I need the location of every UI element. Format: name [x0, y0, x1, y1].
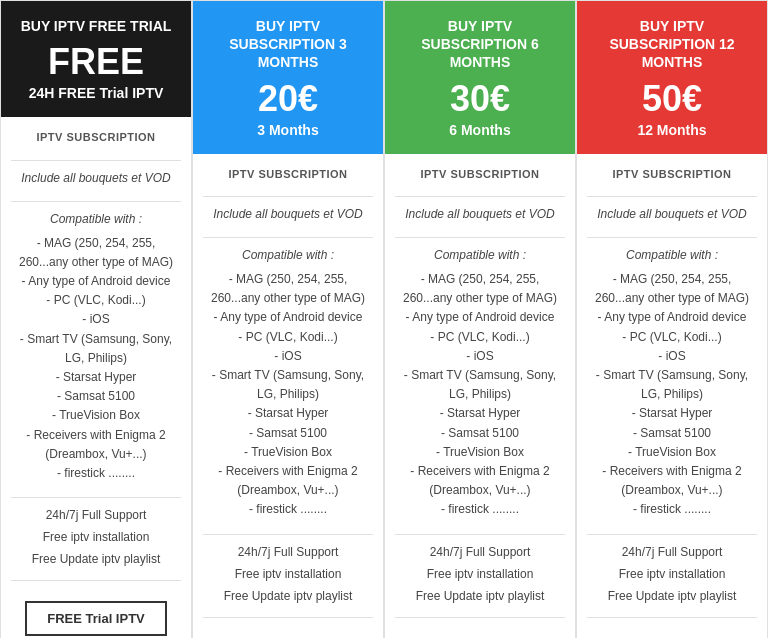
plan-duration-12-months: 12 Months	[637, 122, 706, 138]
plan-duration-6-months: 6 Months	[449, 122, 510, 138]
plan-free-trial: BUY IPTV FREE TrialFREE24H FREE Trial IP…	[0, 0, 192, 638]
section-label-3-months: IPTV SUBSCRIPTION	[228, 166, 347, 183]
free-install-6-months: Free iptv installation	[427, 565, 534, 583]
include-text-3-months: Include all bouquets et VOD	[213, 205, 362, 223]
section-label-free-trial: IPTV SUBSCRIPTION	[36, 129, 155, 146]
include-text-12-months: Include all bouquets et VOD	[597, 205, 746, 223]
plan-price-3-months: 20€	[258, 78, 318, 120]
support-12-months: 24h/7j Full Support	[622, 543, 723, 561]
plan-price-6-months: 30€	[450, 78, 510, 120]
plan-duration-3-months: 3 Months	[257, 122, 318, 138]
free-install-3-months: Free iptv installation	[235, 565, 342, 583]
compatible-label-free-trial: Compatible with :	[50, 210, 142, 228]
plan-title-3-months: BUY IPTV Subscription 3 Months	[203, 17, 373, 72]
free-update-12-months: Free Update iptv playlist	[608, 587, 737, 605]
plan-header-free-trial: BUY IPTV FREE TrialFREE24H FREE Trial IP…	[1, 1, 191, 117]
compatible-list-6-months: - MAG (250, 254, 255, 260...any other ty…	[395, 270, 565, 519]
compatible-list-12-months: - MAG (250, 254, 255, 260...any other ty…	[587, 270, 757, 519]
order-button-free-trial[interactable]: FREE Trial IPTV	[25, 601, 167, 636]
plan-duration-free-trial: 24H FREE Trial IPTV	[29, 85, 164, 101]
free-update-3-months: Free Update iptv playlist	[224, 587, 353, 605]
plan-body-12-months: IPTV SUBSCRIPTIONInclude all bouquets et…	[577, 154, 767, 638]
compatible-label-12-months: Compatible with :	[626, 246, 718, 264]
plan-body-3-months: IPTV SUBSCRIPTIONInclude all bouquets et…	[193, 154, 383, 638]
section-label-12-months: IPTV SUBSCRIPTION	[612, 166, 731, 183]
plan-6-months: BUY IPTV Subscription 6 Months30€6 Month…	[384, 0, 576, 638]
plan-title-6-months: BUY IPTV Subscription 6 Months	[395, 17, 565, 72]
plan-3-months: BUY IPTV Subscription 3 Months20€3 Month…	[192, 0, 384, 638]
plan-12-months: BUY IPTV Subscription 12 Months50€12 Mon…	[576, 0, 768, 638]
plan-price-12-months: 50€	[642, 78, 702, 120]
plan-header-3-months: BUY IPTV Subscription 3 Months20€3 Month…	[193, 1, 383, 154]
plan-header-12-months: BUY IPTV Subscription 12 Months50€12 Mon…	[577, 1, 767, 154]
free-update-free-trial: Free Update iptv playlist	[32, 550, 161, 568]
plan-title-free-trial: BUY IPTV FREE Trial	[21, 17, 172, 35]
include-text-6-months: Include all bouquets et VOD	[405, 205, 554, 223]
support-3-months: 24h/7j Full Support	[238, 543, 339, 561]
section-label-6-months: IPTV SUBSCRIPTION	[420, 166, 539, 183]
include-text-free-trial: Include all bouquets et VOD	[21, 169, 170, 187]
plan-body-6-months: IPTV SUBSCRIPTIONInclude all bouquets et…	[385, 154, 575, 638]
plan-price-free-trial: FREE	[48, 41, 144, 83]
support-free-trial: 24h/7j Full Support	[46, 506, 147, 524]
free-install-12-months: Free iptv installation	[619, 565, 726, 583]
plan-header-6-months: BUY IPTV Subscription 6 Months30€6 Month…	[385, 1, 575, 154]
plan-body-free-trial: IPTV SUBSCRIPTIONInclude all bouquets et…	[1, 117, 191, 638]
compatible-list-3-months: - MAG (250, 254, 255, 260...any other ty…	[203, 270, 373, 519]
compatible-list-free-trial: - MAG (250, 254, 255, 260...any other ty…	[11, 234, 181, 483]
free-update-6-months: Free Update iptv playlist	[416, 587, 545, 605]
support-6-months: 24h/7j Full Support	[430, 543, 531, 561]
pricing-table: BUY IPTV FREE TrialFREE24H FREE Trial IP…	[0, 0, 768, 638]
plan-title-12-months: BUY IPTV Subscription 12 Months	[587, 17, 757, 72]
compatible-label-3-months: Compatible with :	[242, 246, 334, 264]
free-install-free-trial: Free iptv installation	[43, 528, 150, 546]
compatible-label-6-months: Compatible with :	[434, 246, 526, 264]
